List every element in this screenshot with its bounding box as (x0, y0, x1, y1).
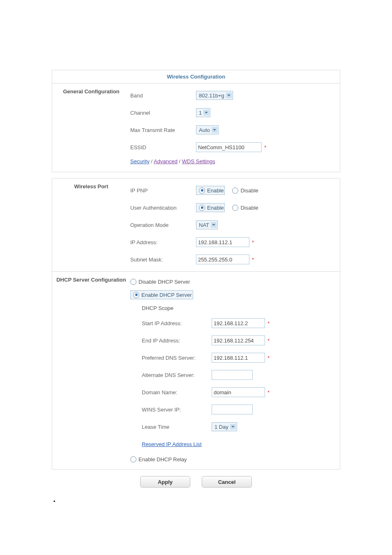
max-transmit-rate-label: Max Transmit Rate (130, 127, 196, 133)
chevron-down-icon (230, 424, 236, 430)
general-configuration-section: General Configuration Band 802.11b+g Cha… (52, 83, 340, 172)
start-ip-input[interactable] (212, 318, 265, 328)
alternate-dns-label: Alternate DNS Server: (142, 372, 212, 378)
operation-mode-label: Operation Mode (130, 222, 196, 228)
band-label: Band (130, 92, 196, 99)
dhcp-scope-label: DHCP Scope (142, 305, 173, 311)
essid-label: ESSID (130, 144, 196, 150)
lease-time-value: 1 Day (214, 424, 228, 430)
dhcp-server-section: DHCP Server Configuration Disable DHCP S… (52, 271, 340, 469)
user-auth-label: User Authentication (130, 205, 196, 211)
operation-mode-select[interactable]: NAT (196, 220, 218, 229)
wins-server-label: WINS Server IP: (142, 407, 212, 413)
essid-input[interactable] (196, 142, 262, 152)
channel-select-value: 1 (199, 110, 202, 116)
chevron-down-icon (212, 127, 217, 133)
domain-name-input[interactable] (212, 387, 265, 397)
max-transmit-rate-value: Auto (199, 127, 210, 133)
button-bar: Apply Cancel (52, 476, 340, 488)
chevron-down-icon (226, 92, 232, 98)
channel-label: Channel (130, 110, 196, 116)
required-mark: * (267, 320, 270, 326)
security-link[interactable]: Security (130, 158, 150, 164)
required-mark: * (252, 239, 254, 245)
preferred-dns-label: Preferred DNS Server: (142, 355, 212, 361)
wireless-port-dhcp-panel: Wireless Port IP PNP Enable Disable User… (52, 178, 340, 469)
operation-mode-value: NAT (199, 222, 209, 228)
domain-name-label: Domain Name: (142, 389, 212, 395)
ip-pnp-label: IP PNP (130, 187, 196, 194)
wireless-port-heading: Wireless Port (52, 178, 130, 194)
lease-time-label: Lease Time (142, 424, 212, 430)
band-select-value: 802.11b+g (199, 92, 224, 99)
reserved-ip-list-link[interactable]: Reserved IP Address List (142, 441, 202, 447)
wins-server-input[interactable] (212, 405, 253, 414)
ip-pnp-enable-radio[interactable]: Enable (196, 186, 225, 195)
apply-button[interactable]: Apply (140, 476, 190, 488)
max-transmit-rate-select[interactable]: Auto (196, 125, 219, 134)
band-select[interactable]: 802.11b+g (196, 91, 233, 100)
start-ip-label: Start IP Address: (142, 320, 212, 326)
ip-pnp-disable-radio[interactable]: Disable (232, 187, 258, 194)
end-ip-input[interactable] (212, 335, 265, 345)
dhcp-server-heading: DHCP Server Configuration (52, 272, 130, 288)
ip-address-label: IP Address: (130, 239, 196, 245)
chevron-down-icon (211, 222, 217, 228)
wds-settings-link[interactable]: WDS Settings (182, 158, 215, 164)
preferred-dns-input[interactable] (212, 353, 265, 363)
required-mark: * (267, 338, 270, 344)
link-separator: / (179, 158, 182, 164)
panel-title: Wireless Configuration (52, 70, 340, 83)
advanced-link[interactable]: Advanced (154, 158, 178, 164)
lease-time-select[interactable]: 1 Day (212, 422, 237, 431)
required-mark: * (264, 144, 266, 150)
disable-dhcp-server-radio[interactable]: Disable DHCP Server (130, 279, 190, 285)
user-auth-disable-radio[interactable]: Disable (232, 205, 258, 211)
required-mark: * (252, 257, 254, 263)
required-mark: * (267, 355, 270, 361)
enable-dhcp-relay-radio[interactable]: Enable DHCP Relay (130, 456, 187, 462)
general-configuration-heading: General Configuration (52, 83, 130, 99)
subnet-mask-label: Subnet Mask: (130, 257, 196, 263)
bullet-marker: • (51, 498, 341, 504)
end-ip-label: End IP Address: (142, 338, 212, 344)
channel-select[interactable]: 1 (196, 108, 210, 117)
chevron-down-icon (203, 110, 209, 116)
ip-address-input[interactable] (196, 237, 249, 247)
wireless-config-panel: Wireless Configuration General Configura… (52, 70, 340, 172)
enable-dhcp-server-radio[interactable]: Enable DHCP Server (130, 290, 193, 299)
subnet-mask-input[interactable] (196, 254, 249, 264)
user-auth-enable-radio[interactable]: Enable (196, 203, 225, 212)
required-mark: * (267, 389, 270, 395)
cancel-button[interactable]: Cancel (202, 476, 252, 488)
wireless-port-section: Wireless Port IP PNP Enable Disable User… (52, 178, 340, 271)
alternate-dns-input[interactable] (212, 370, 253, 380)
